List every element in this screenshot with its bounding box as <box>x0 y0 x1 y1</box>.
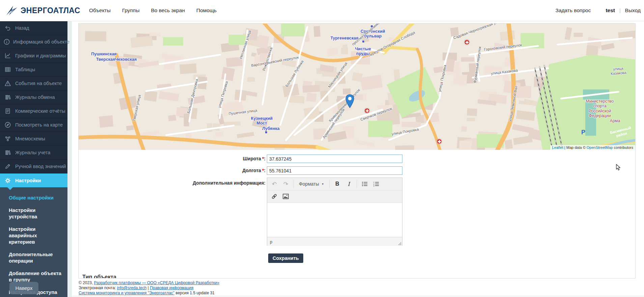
sidebar-item-settings[interactable]: Настройки <box>0 173 67 187</box>
ask-question-link[interactable]: Задать вопрос <box>556 7 591 14</box>
navbar-separator: | <box>619 8 621 13</box>
app-title: ЭНЕРГОАТЛАС <box>21 6 80 15</box>
editor-toolbar-row2 <box>267 190 402 203</box>
italic-button[interactable]: I <box>343 179 354 189</box>
footer-line-copyright: © 2023, Разработчик платформы — ООО «СРЕ… <box>79 280 635 286</box>
next-section-heading: Тип объекта <box>82 274 116 278</box>
pencil-icon <box>3 163 12 170</box>
menu-objects[interactable]: Объекты <box>89 7 111 14</box>
longitude-row: Долгота*: <box>79 166 402 175</box>
image-icon[interactable] <box>280 192 291 201</box>
osm-link[interactable]: OpenStreetMap <box>587 145 613 150</box>
submenu-additional-operations[interactable]: Дополнительные операции <box>0 248 67 267</box>
version-text: версия 1.5 update 31 <box>174 291 215 295</box>
object-marker-icon[interactable] <box>464 39 470 45</box>
logout-link[interactable]: Выход <box>625 7 641 14</box>
menu-groups[interactable]: Группы <box>122 7 140 14</box>
top-navbar: ЭНЕРГОАТЛАС Объекты Группы Во весь экран… <box>0 0 644 21</box>
footer-line-version: Система мониторинга и управления "Энерго… <box>79 291 635 296</box>
page-footer: © 2023, Разработчик платформы — ООО «СРЕ… <box>79 280 635 296</box>
sidebar-item-manual-input[interactable]: Ручной ввод значений <box>0 160 67 173</box>
toolbar-separator <box>293 180 294 188</box>
gear-icon <box>3 177 12 184</box>
mnemo-icon <box>3 135 12 142</box>
editor-status-bar: p <box>267 237 402 246</box>
additional-info-label: Дополнительная информация: <box>79 180 265 186</box>
metro-station-icon <box>370 25 373 28</box>
numbered-list-icon[interactable]: 123 <box>371 179 382 189</box>
latitude-input[interactable] <box>267 155 402 163</box>
link-icon[interactable] <box>269 192 280 201</box>
sidebar-item-commercial-reports[interactable]: Коммерческие отчёты <box>0 104 67 118</box>
report-icon <box>3 107 12 115</box>
chart-icon <box>3 52 12 59</box>
compass-icon <box>3 121 12 129</box>
menu-fullscreen[interactable]: Во весь экран <box>151 7 185 14</box>
warning-icon <box>3 80 12 87</box>
developer-link[interactable]: Разработчик платформы — ООО «СРЕДА Цифро… <box>94 280 220 285</box>
legal-info-link[interactable]: Правовая информация <box>150 286 193 290</box>
object-marker-icon[interactable] <box>364 108 370 113</box>
sidebar: Назад Информация об объекте Графики и ди… <box>0 21 67 297</box>
map-tiles <box>79 24 635 150</box>
object-settings-panel: ПушкинскаяТверскаяЧеховскаяКузнецкий Мос… <box>78 23 636 278</box>
table-icon <box>3 66 12 73</box>
bold-button[interactable]: B <box>332 179 343 189</box>
svg-text:3: 3 <box>373 185 374 187</box>
info-icon <box>3 38 10 46</box>
navbar-right: Задать вопрос test | Выход <box>556 7 641 14</box>
sidebar-item-mnemoschemes[interactable]: Мнемосхемы <box>0 132 67 146</box>
sidebar-item-tables[interactable]: Таблицы <box>0 63 67 77</box>
sidebar-item-charts[interactable]: Графики и диаграммы <box>0 49 67 63</box>
submenu-alarm-criteria[interactable]: Настройки аварийных критериев <box>0 223 67 248</box>
app-logo[interactable]: ЭНЕРГОАТЛАС <box>6 5 80 16</box>
resize-grip[interactable] <box>398 242 401 245</box>
sidebar-item-object-info[interactable]: Информация об объекте <box>0 35 67 49</box>
sidebar-item-events[interactable]: События на объекте <box>0 77 67 90</box>
editor-content-area[interactable] <box>267 203 402 237</box>
metro-station-icon <box>362 40 365 43</box>
back-icon <box>3 24 12 32</box>
longitude-label: Долгота*: <box>79 166 265 175</box>
latitude-row: Широта*: <box>79 155 402 163</box>
sidebar-item-show-on-map[interactable]: Посмотреть на карте <box>0 118 67 132</box>
rich-text-editor: ↶ ↷ Форматы▼ B I 123 <box>267 178 402 246</box>
current-user[interactable]: test <box>606 7 615 14</box>
location-pin-icon[interactable] <box>345 94 354 108</box>
toolbar-separator <box>329 180 330 188</box>
sidebar-item-accounting-logs[interactable]: Журналы учета <box>0 146 67 160</box>
metro-station-icon <box>265 131 268 134</box>
leaflet-map[interactable]: ПушкинскаяТверскаяЧеховскаяКузнецкий Мос… <box>79 24 635 150</box>
toolbar-separator <box>357 180 357 188</box>
save-button[interactable]: Сохранить <box>268 253 303 263</box>
submenu-general-settings[interactable]: Общие настройки <box>0 191 67 204</box>
formats-dropdown[interactable]: Форматы▼ <box>296 179 327 189</box>
content-gutter <box>67 21 72 297</box>
latitude-label: Широта*: <box>79 155 265 163</box>
menu-help[interactable]: Помощь <box>196 7 217 14</box>
element-path: p <box>270 239 272 244</box>
bullet-list-icon[interactable] <box>359 179 370 189</box>
longitude-input[interactable] <box>267 166 402 175</box>
books-icon <box>3 149 12 156</box>
leaflet-link[interactable]: Leaflet <box>552 145 563 150</box>
page-bottom-divider <box>72 296 644 296</box>
redo-icon[interactable]: ↷ <box>280 179 291 189</box>
brand-star-icon <box>6 5 18 16</box>
chevron-down-icon: ▼ <box>321 183 324 186</box>
sidebar-item-back[interactable]: Назад <box>0 21 67 35</box>
object-marker-icon[interactable] <box>437 139 442 144</box>
mouse-cursor <box>616 164 621 171</box>
main-menu: Объекты Группы Во весь экран Помощь <box>89 7 217 14</box>
undo-icon[interactable]: ↶ <box>269 179 280 189</box>
editor-toolbar-row1: ↶ ↷ Форматы▼ B I 123 <box>267 178 402 190</box>
settings-submenu: Общие настройки Настройки устройства Нас… <box>0 187 67 297</box>
footer-line-contacts: Электронная почта: info@sreda.tech | Пра… <box>79 286 635 291</box>
system-link[interactable]: Система мониторинга и управления "Энерго… <box>79 291 174 295</box>
books-icon <box>3 93 12 101</box>
back-to-top-button[interactable]: Наверх <box>9 282 38 294</box>
email-link[interactable]: info@sreda.tech <box>117 286 147 290</box>
sidebar-item-exchange-logs[interactable]: Журналы обмена <box>0 90 67 104</box>
map-attribution: Leaflet | Map data © OpenStreetMap contr… <box>550 145 635 150</box>
submenu-device-settings[interactable]: Настройки устройства <box>0 204 67 223</box>
